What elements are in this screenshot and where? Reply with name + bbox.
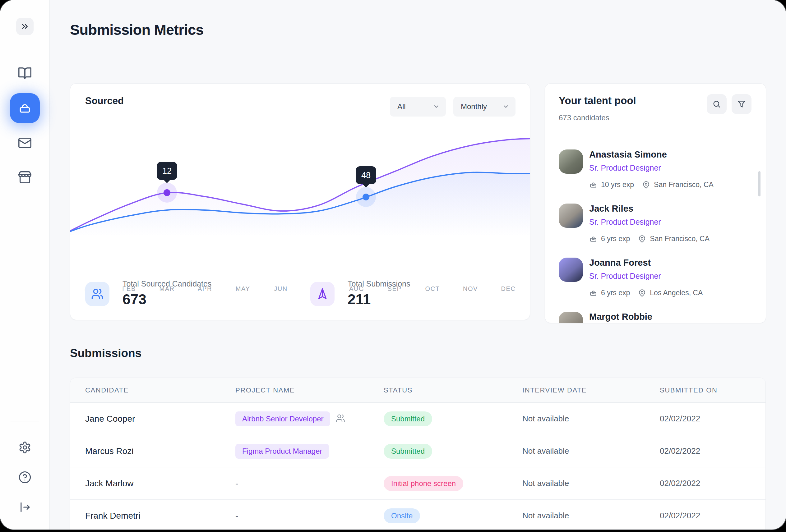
candidate-list-item[interactable]: Jack Riles Sr. Product Designer 6 yrs ex… bbox=[559, 203, 760, 257]
users-icon bbox=[91, 288, 103, 300]
total-value: 673 bbox=[122, 291, 211, 308]
sidebar-item-messages[interactable] bbox=[10, 128, 40, 158]
scrollbar-thumb[interactable] bbox=[758, 171, 761, 196]
sidebar-item-settings[interactable] bbox=[10, 433, 40, 462]
candidate-location: San Francisco, CA bbox=[650, 235, 710, 243]
cell-candidate: Marcus Rozi bbox=[85, 446, 235, 456]
cell-project: - bbox=[235, 511, 384, 521]
talent-filter-button[interactable] bbox=[732, 94, 752, 114]
avatar bbox=[559, 258, 583, 282]
candidate-meta: 10 yrs exp San Francisco, CA bbox=[589, 180, 760, 189]
column-header-interview-date: INTERVIEW DATE bbox=[522, 386, 660, 394]
avatar bbox=[559, 203, 583, 228]
log-out-icon bbox=[18, 501, 31, 514]
sidebar-expand-button[interactable] bbox=[16, 18, 33, 35]
candidate-list: Anastasia Simone Sr. Product Designer 10… bbox=[559, 149, 760, 323]
table-row[interactable]: Frank Demetri - Onsite Not available 02/… bbox=[70, 500, 765, 530]
main-content: Submission Metrics Sourced All Monthly bbox=[50, 0, 786, 530]
column-header-candidate: CANDIDATE bbox=[85, 386, 235, 394]
scope-dropdown-value: All bbox=[397, 102, 406, 111]
avatar bbox=[559, 312, 583, 323]
candidate-name: Margot Robbie bbox=[589, 312, 760, 322]
cell-submitted-on: 02/02/2022 bbox=[660, 446, 750, 456]
candidate-role: Sr. Product Designer bbox=[589, 218, 760, 226]
cell-interview-date: Not available bbox=[522, 446, 660, 456]
cell-submitted-on: 02/02/2022 bbox=[660, 414, 750, 424]
candidate-list-item[interactable]: Joanna Forest Sr. Product Designer 6 yrs… bbox=[559, 257, 760, 311]
briefcase-icon bbox=[18, 101, 32, 115]
map-pin-icon bbox=[642, 181, 650, 189]
map-pin-icon bbox=[638, 235, 646, 243]
mail-icon bbox=[18, 136, 32, 150]
map-pin-icon bbox=[638, 289, 646, 297]
chart-tooltip-sourced: 12 bbox=[157, 162, 177, 180]
avatar bbox=[559, 149, 583, 174]
book-open-icon bbox=[18, 66, 32, 80]
candidate-meta: 6 yrs exp Los Angeles, CA bbox=[589, 289, 760, 297]
candidate-location: San Francisco, CA bbox=[654, 180, 714, 189]
storefront-icon bbox=[18, 170, 32, 185]
users-icon bbox=[336, 414, 345, 424]
cell-status: Submitted bbox=[384, 444, 522, 459]
users-icon-tile bbox=[85, 282, 110, 306]
chevron-down-icon bbox=[503, 103, 509, 110]
talent-pool-title: Your talent pool bbox=[559, 95, 636, 106]
app-window: Submission Metrics Sourced All Monthly bbox=[0, 0, 786, 530]
sidebar-item-library[interactable] bbox=[10, 58, 40, 88]
cell-candidate: Frank Demetri bbox=[85, 511, 235, 521]
page-title: Submission Metrics bbox=[70, 21, 204, 38]
cell-project: Figma Product Manager bbox=[235, 444, 384, 459]
candidate-list-item[interactable]: Anastasia Simone Sr. Product Designer 10… bbox=[559, 149, 760, 203]
table-row[interactable]: Jack Marlow - Initial phone screen Not a… bbox=[70, 467, 765, 500]
cell-status: Initial phone screen bbox=[384, 476, 522, 491]
sidebar-item-logout[interactable] bbox=[10, 492, 40, 522]
cell-submitted-on: 02/02/2022 bbox=[660, 479, 750, 488]
cell-interview-date: Not available bbox=[522, 511, 660, 521]
cell-interview-date: Not available bbox=[522, 479, 660, 488]
status-badge: Submitted bbox=[384, 411, 432, 426]
talent-search-button[interactable] bbox=[707, 94, 726, 114]
chart-totals: Total Sourced Candidates 673 Total Submi… bbox=[70, 280, 530, 317]
sourced-chart-card: Sourced All Monthly bbox=[70, 83, 530, 320]
chart-canvas bbox=[70, 134, 530, 237]
chart-title: Sourced bbox=[85, 95, 124, 106]
sidebar bbox=[0, 0, 50, 530]
sidebar-item-marketplace[interactable] bbox=[10, 163, 40, 192]
talent-pool-count: 673 candidates bbox=[559, 114, 609, 122]
chart-tooltip-submissions: 48 bbox=[356, 166, 376, 184]
cell-project: Airbnb Senior Developer bbox=[235, 411, 384, 426]
total-label: Total Submissions bbox=[348, 280, 410, 288]
candidate-name: Jack Riles bbox=[589, 203, 760, 214]
candidate-experience: 6 yrs exp bbox=[601, 289, 630, 297]
cell-status: Submitted bbox=[384, 411, 522, 426]
total-value: 211 bbox=[348, 291, 410, 308]
chevrons-right-icon bbox=[20, 22, 29, 31]
sidebar-item-jobs-active[interactable] bbox=[10, 93, 40, 123]
table-header-row: CANDIDATE PROJECT NAME STATUS INTERVIEW … bbox=[70, 378, 765, 403]
scope-dropdown[interactable]: All bbox=[390, 97, 446, 117]
navigation-icon-tile bbox=[310, 282, 334, 306]
navigation-icon bbox=[316, 288, 329, 300]
talent-pool-card: Your talent pool 673 candidates Anastasi… bbox=[545, 83, 766, 323]
table-row[interactable]: Jane Cooper Airbnb Senior Developer Subm… bbox=[70, 403, 765, 435]
gear-icon bbox=[18, 441, 31, 454]
column-header-submitted-on: SUBMITTED ON bbox=[660, 386, 750, 394]
candidate-name: Joanna Forest bbox=[589, 258, 760, 268]
status-badge: Onsite bbox=[384, 508, 420, 523]
candidate-list-item[interactable]: Margot Robbie bbox=[559, 311, 760, 323]
empty-project-dash: - bbox=[235, 511, 238, 521]
candidate-name: Anastasia Simone bbox=[589, 149, 760, 160]
briefcase-icon bbox=[589, 235, 597, 243]
search-icon bbox=[712, 100, 721, 108]
period-dropdown[interactable]: Monthly bbox=[453, 97, 515, 117]
candidate-location: Los Angeles, CA bbox=[650, 289, 703, 297]
cell-status: Onsite bbox=[384, 508, 522, 523]
sourced-data-point[interactable] bbox=[164, 189, 170, 196]
submissions-title: Submissions bbox=[70, 347, 141, 360]
table-row[interactable]: Marcus Rozi Figma Product Manager Submit… bbox=[70, 435, 765, 467]
submissions-table: CANDIDATE PROJECT NAME STATUS INTERVIEW … bbox=[70, 378, 766, 530]
project-badge: Figma Product Manager bbox=[235, 444, 329, 459]
candidate-experience: 6 yrs exp bbox=[601, 235, 630, 243]
column-header-status: STATUS bbox=[384, 386, 522, 394]
sidebar-item-help[interactable] bbox=[10, 462, 40, 492]
